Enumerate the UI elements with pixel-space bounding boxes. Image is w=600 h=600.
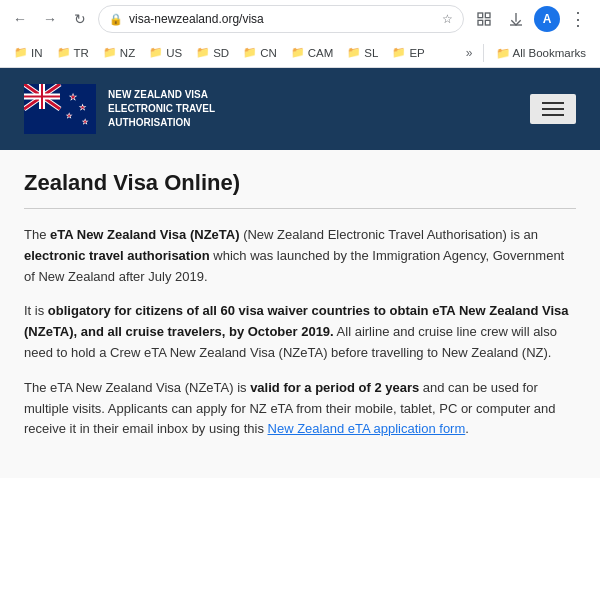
bookmark-US[interactable]: 📁 US [143,44,188,61]
bookmarks-bar: 📁 IN 📁 TR 📁 NZ 📁 US 📁 SD 📁 CN 📁 CAM 📁 [0,38,600,68]
bold-text: eTA New Zealand Visa (NZeTA) [50,227,240,242]
browser-toolbar: ← → ↻ 🔒 visa-newzealand.org/visa ☆ A ⋮ [0,0,600,38]
extensions-button[interactable] [470,5,498,33]
folder-icon: 📁 [103,46,117,59]
bookmark-label: EP [409,47,424,59]
bookmark-SL[interactable]: 📁 SL [341,44,384,61]
download-button[interactable] [502,5,530,33]
bold-text: electronic travel authorisation [24,248,210,263]
bookmark-label: SD [213,47,229,59]
bold-text: obligatory for citizens of all 60 visa w… [24,303,568,339]
bookmark-label-cam: CAM [308,47,334,59]
lock-icon: 🔒 [109,13,123,26]
menu-line-1 [542,102,564,104]
toolbar-icons: A ⋮ [470,5,592,33]
folder-icon: 📁 [149,46,163,59]
bookmark-label: NZ [120,47,135,59]
bookmarks-more-button[interactable]: » [462,44,477,62]
folder-icon: 📁 [392,46,406,59]
bookmark-CN[interactable]: 📁 CN [237,44,283,61]
logo-line2: ELECTRONIC TRAVEL [108,102,215,116]
back-button[interactable]: ← [8,7,32,31]
svg-rect-0 [478,13,483,18]
folder-icon: 📁 [347,46,361,59]
svg-rect-2 [485,20,490,25]
bookmark-NZ[interactable]: 📁 NZ [97,44,141,61]
reload-button[interactable]: ↻ [68,7,92,31]
hamburger-menu-button[interactable] [530,94,576,124]
logo-line3: AUTHORISATION [108,116,215,130]
logo-text: NEW ZEALAND VISA ELECTRONIC TRAVEL AUTHO… [108,88,215,130]
site-header: ★ ★ ★ ★ ★ ★ ★ ★ NEW ZEALAND VISA ELECTRO… [0,68,600,150]
content-paragraph-2: It is obligatory for citizens of all 60 … [24,301,576,363]
bookmark-label: CN [260,47,277,59]
application-form-link[interactable]: New Zealand eTA application form [268,421,466,436]
content-paragraph-1: The eTA New Zealand Visa (NZeTA) (New Ze… [24,225,576,287]
browser-chrome: ← → ↻ 🔒 visa-newzealand.org/visa ☆ A ⋮ 📁… [0,0,600,68]
title-divider [24,208,576,209]
address-bar[interactable]: 🔒 visa-newzealand.org/visa ☆ [98,5,464,33]
svg-text:★: ★ [82,118,88,125]
site-logo: ★ ★ ★ ★ ★ ★ ★ ★ NEW ZEALAND VISA ELECTRO… [24,84,215,134]
bookmark-label: IN [31,47,43,59]
profile-button[interactable]: A [534,6,560,32]
svg-rect-1 [485,13,490,18]
folder-icon: 📁 [496,46,510,60]
menu-line-3 [542,114,564,116]
bookmark-IN[interactable]: 📁 IN [8,44,49,61]
bookmark-label: US [166,47,182,59]
svg-text:★: ★ [79,103,86,112]
svg-text:★: ★ [66,112,72,119]
bookmark-label: TR [74,47,89,59]
forward-button[interactable]: → [38,7,62,31]
folder-icon: 📁 [57,46,71,59]
folder-icon: 📁 [196,46,210,59]
website-content: ★ ★ ★ ★ ★ ★ ★ ★ NEW ZEALAND VISA ELECTRO… [0,68,600,600]
nz-flag: ★ ★ ★ ★ ★ ★ ★ ★ [24,84,96,134]
content-paragraph-3: The eTA New Zealand Visa (NZeTA) is vali… [24,378,576,440]
folder-icon: 📁 [243,46,257,59]
more-button[interactable]: ⋮ [564,5,592,33]
bookmark-star-icon[interactable]: ☆ [442,12,453,26]
all-bookmarks-label: All Bookmarks [513,47,587,59]
bookmark-EP[interactable]: 📁 EP [386,44,430,61]
site-content-area: Zealand Visa Online) The eTA New Zealand… [0,150,600,478]
site-nav: ★ ★ ★ ★ ★ ★ ★ ★ NEW ZEALAND VISA ELECTRO… [0,68,600,150]
folder-icon: 📁 [291,46,305,59]
bookmark-label: SL [364,47,378,59]
folder-icon: 📁 [14,46,28,59]
logo-line1: NEW ZEALAND VISA [108,88,215,102]
bookmark-CAM[interactable]: 📁 CAM [285,44,340,61]
svg-text:★: ★ [69,92,77,102]
svg-rect-3 [478,20,483,25]
bookmark-TR[interactable]: 📁 TR [51,44,95,61]
bold-text: valid for a period of 2 years [250,380,419,395]
svg-rect-13 [24,96,60,98]
all-bookmarks-button[interactable]: 📁 All Bookmarks [490,44,593,62]
page-title: Zealand Visa Online) [24,170,576,196]
bookmarks-separator [483,44,484,62]
bookmark-SD[interactable]: 📁 SD [190,44,235,61]
menu-line-2 [542,108,564,110]
url-text: visa-newzealand.org/visa [129,12,436,26]
